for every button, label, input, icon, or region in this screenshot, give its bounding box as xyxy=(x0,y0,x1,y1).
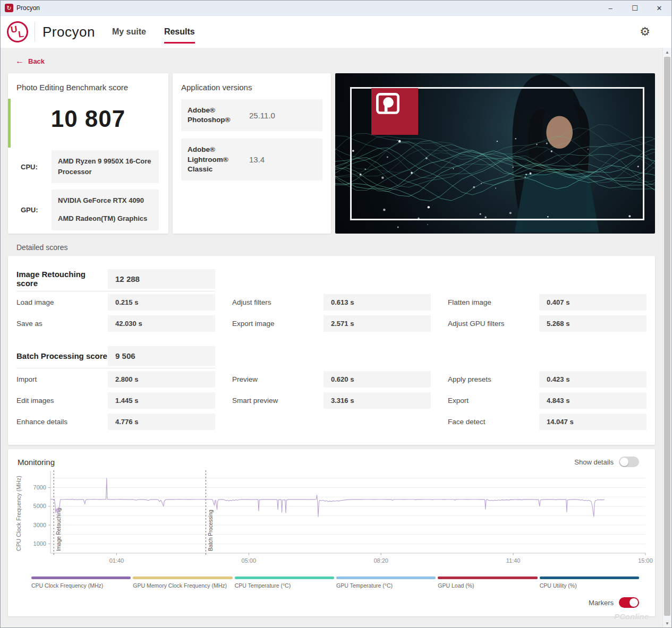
monitoring-title: Monitoring xyxy=(18,458,55,467)
metric-row: Preview0.620 s xyxy=(232,368,431,390)
app-icon: ↻ xyxy=(5,4,13,12)
metric-row: Load image0.215 s xyxy=(16,291,215,313)
metric-value: 0.620 s xyxy=(324,371,431,388)
pconline-watermark: PConline xyxy=(614,612,649,621)
legend-item[interactable]: CPU Clock Frequency (MHz) xyxy=(31,577,131,589)
show-details-toggle[interactable] xyxy=(619,457,639,467)
svg-text:Batch Processing: Batch Processing xyxy=(208,510,214,551)
metric-value: 2.571 s xyxy=(324,315,431,332)
close-button[interactable]: ✕ xyxy=(647,1,671,15)
detailed-scores-card: Image Retouching score12 288 Load image0… xyxy=(8,256,655,445)
app-name: Adobe® Lightroom® Classic xyxy=(188,145,249,174)
svg-text:1000: 1000 xyxy=(33,540,46,547)
metric-row: Enhance details4.776 s xyxy=(16,411,215,432)
back-button[interactable]: ← Back xyxy=(15,52,655,70)
score-value: 12 288 xyxy=(108,269,215,289)
legend-item[interactable]: GPU Load (%) xyxy=(438,577,537,589)
legend-label: CPU Clock Frequency (MHz) xyxy=(31,582,131,589)
back-arrow-icon: ← xyxy=(15,56,24,66)
gpu-value: NVIDIA GeForce RTX 4090 AMD Radeon(TM) G… xyxy=(52,190,159,230)
svg-text:5000: 5000 xyxy=(33,503,46,509)
scrollbar-thumb[interactable] xyxy=(664,57,670,616)
legend-item[interactable]: CPU Utility (%) xyxy=(540,577,639,589)
metric-value: 1.445 s xyxy=(108,392,215,409)
svg-text:3000: 3000 xyxy=(33,522,46,528)
metric-value: 3.316 s xyxy=(324,392,431,409)
gpu-row: GPU: NVIDIA GeForce RTX 4090 AMD Radeon(… xyxy=(21,190,167,230)
svg-text:08:20: 08:20 xyxy=(373,557,388,564)
scroll-down-icon[interactable]: ▼ xyxy=(663,619,671,627)
benchmark-hero-image xyxy=(335,73,655,234)
cpu-row: CPU: AMD Ryzen 9 9950X 16-Core Processor xyxy=(21,150,167,183)
gpu-label: GPU: xyxy=(21,206,52,214)
legend-color-bar xyxy=(133,577,232,579)
legend-label: CPU Utility (%) xyxy=(540,582,639,589)
markers-toggle[interactable] xyxy=(619,597,639,608)
legend-label: GPU Memory Clock Frequency (MHz) xyxy=(133,582,232,589)
metric-value: 5.268 s xyxy=(539,315,647,332)
content-area: ← Back Photo Editing Benchmark score 10 … xyxy=(1,48,662,627)
app-version: 13.4 xyxy=(249,155,265,164)
metric-row: Flatten image0.407 s xyxy=(448,291,647,313)
svg-text:05:00: 05:00 xyxy=(242,557,257,564)
vertical-scrollbar[interactable]: ▲ ▼ xyxy=(662,48,671,627)
score-row-image-retouching: Image Retouching score12 288 xyxy=(16,266,215,291)
metric-value: 0.407 s xyxy=(539,294,647,311)
svg-text:01:40: 01:40 xyxy=(109,557,124,564)
legend-label: CPU Temperature (°C) xyxy=(235,582,334,589)
app-window: ↻ Procyon – ☐ ✕ UL Procyon My suite Resu… xyxy=(0,0,672,628)
metric-value: 0.613 s xyxy=(324,294,431,311)
metric-row: Export4.843 s xyxy=(448,390,647,411)
metric-row: Export image2.571 s xyxy=(232,313,431,334)
minimize-button[interactable]: – xyxy=(598,1,623,15)
legend-label: GPU Temperature (°C) xyxy=(336,582,436,589)
monitoring-card: Monitoring Show details 1000300050007000… xyxy=(8,449,655,616)
legend-item[interactable]: GPU Memory Clock Frequency (MHz) xyxy=(133,577,232,589)
show-details-label: Show details xyxy=(574,458,614,466)
tab-my-suite[interactable]: My suite xyxy=(112,16,146,48)
scroll-up-icon[interactable]: ▲ xyxy=(663,48,671,56)
main-nav: My suite Results xyxy=(112,16,195,48)
gpu-value-line1: NVIDIA GeForce RTX 4090 xyxy=(58,195,152,206)
legend-label: GPU Load (%) xyxy=(438,582,537,589)
legend-color-bar xyxy=(438,577,537,579)
app-name: Adobe® Photoshop® xyxy=(188,106,249,125)
legend-item[interactable]: GPU Temperature (°C) xyxy=(336,577,436,589)
metric-value: 4.843 s xyxy=(539,392,647,409)
divider xyxy=(35,22,35,41)
metric-value: 4.776 s xyxy=(108,414,215,430)
versions-card-title: Application versions xyxy=(181,83,322,92)
cpu-value: AMD Ryzen 9 9950X 16-Core Processor xyxy=(52,150,159,183)
metric-row: Edit images1.445 s xyxy=(16,390,215,411)
tab-results[interactable]: Results xyxy=(164,16,195,48)
markers-label: Markers xyxy=(589,599,614,607)
score-row-batch-processing: Batch Processing score9 506 xyxy=(16,343,215,368)
app-header: UL Procyon My suite Results ⚙ xyxy=(1,16,671,48)
version-row-photoshop: Adobe® Photoshop® 25.11.0 xyxy=(181,99,322,131)
version-row-lightroom: Adobe® Lightroom® Classic 13.4 xyxy=(181,139,322,180)
application-versions-card: Application versions Adobe® Photoshop® 2… xyxy=(173,73,331,234)
score-value: 9 506 xyxy=(108,346,215,366)
legend-color-bar xyxy=(540,577,639,579)
legend-color-bar xyxy=(336,577,436,579)
photo-editing-benchmark-icon xyxy=(371,88,418,135)
detailed-scores-section-label: Detailed scores xyxy=(16,243,655,252)
metric-row: Save as42.030 s xyxy=(16,313,215,334)
svg-text:CPU Clock Frequency (MHz): CPU Clock Frequency (MHz) xyxy=(15,476,22,551)
app-version: 25.11.0 xyxy=(249,111,275,120)
monitoring-chart: 100030005000700001:4005:0008:2011:4015:0… xyxy=(12,468,653,574)
benchmark-score-card: Photo Editing Benchmark score 10 807 CPU… xyxy=(8,73,168,234)
cpu-label: CPU: xyxy=(21,163,52,171)
metric-row: Adjust GPU filters5.268 s xyxy=(448,313,647,334)
metric-value: 42.030 s xyxy=(108,315,215,332)
gear-icon[interactable]: ⚙ xyxy=(640,25,650,39)
metric-value: 2.800 s xyxy=(108,371,215,388)
maximize-button[interactable]: ☐ xyxy=(623,1,647,15)
chart-legend: CPU Clock Frequency (MHz)GPU Memory Cloc… xyxy=(31,577,639,589)
ul-logo-icon: UL xyxy=(5,20,29,44)
titlebar: ↻ Procyon – ☐ ✕ xyxy=(1,1,671,16)
legend-item[interactable]: CPU Temperature (°C) xyxy=(235,577,334,589)
benchmark-score-value: 10 807 xyxy=(8,106,168,132)
metric-row: Smart preview3.316 s xyxy=(232,390,431,411)
svg-text:11:40: 11:40 xyxy=(506,557,521,564)
